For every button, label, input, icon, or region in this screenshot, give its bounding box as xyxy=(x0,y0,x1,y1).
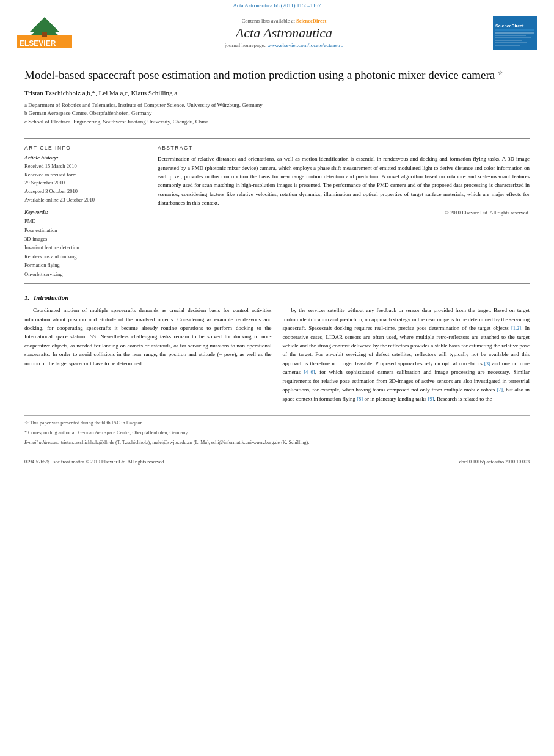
intro-title: Introduction xyxy=(34,294,68,301)
svg-rect-8 xyxy=(495,32,534,34)
elsevier-logo-svg: ELSEVIER xyxy=(17,14,72,51)
journal-top-bar: ELSEVIER Contents lists available at Sci… xyxy=(11,10,543,56)
intro-two-col: Coordinated motion of multiple spacecraf… xyxy=(24,306,530,407)
copyright: © 2010 Elsevier Ltd. All rights reserved… xyxy=(158,209,530,216)
sciencedirect-name: ScienceDirect xyxy=(296,18,326,24)
keyword-0: PMD xyxy=(24,217,147,225)
keyword-3: Invariant feature detection xyxy=(24,243,147,252)
journal-name: Acta Astronautica xyxy=(81,25,487,41)
contents-available: Contents lists available at ScienceDirec… xyxy=(81,18,487,24)
intro-heading: 1. Introduction xyxy=(24,294,530,301)
keywords-label: Keywords: xyxy=(24,209,147,215)
abstract-col: ABSTRACT Determination of relative dista… xyxy=(158,145,530,278)
ref-4-6[interactable]: [4–6] xyxy=(304,369,315,375)
intro-number: 1. xyxy=(24,294,29,301)
homepage-label: journal homepage: xyxy=(225,42,266,48)
svg-text:ScienceDirect: ScienceDirect xyxy=(495,24,524,28)
svg-rect-10 xyxy=(495,37,531,38)
footnote-corresponding: * Corresponding author at: German Aerosp… xyxy=(24,429,530,437)
intro-right-col: by the servicer satellite without any fe… xyxy=(283,306,530,407)
ref-8[interactable]: [8] xyxy=(357,396,363,402)
history-2: 29 September 2010 xyxy=(24,179,147,187)
history-4: Available online 23 October 2010 xyxy=(24,196,147,205)
history-1: Received in revised form xyxy=(24,171,147,180)
sciencedirect-badge-svg: ScienceDirect xyxy=(493,16,537,50)
ref-1-2[interactable]: [1,2] xyxy=(511,325,521,331)
page-wrapper: Model-based spacecraft pose estimation a… xyxy=(0,67,554,468)
journal-homepage: journal homepage: www.elsevier.com/locat… xyxy=(81,42,487,48)
keywords-list: PMD Pose estimation 3D-images Invariant … xyxy=(24,217,147,278)
divider-1 xyxy=(24,138,530,139)
journal-reference: Acta Astronautica 68 (2011) 1156–1167 xyxy=(0,0,554,10)
contents-text: Contents lists available at xyxy=(242,18,295,24)
article-title: Model-based spacecraft pose estimation a… xyxy=(24,67,530,83)
abstract-label: ABSTRACT xyxy=(158,145,530,151)
affiliation-c: c School of Electrical Engineering, Sout… xyxy=(24,118,530,126)
keyword-6: On-orbit servicing xyxy=(24,270,147,278)
email-label: E-mail addresses: xyxy=(24,440,60,445)
ref-3[interactable]: [3] xyxy=(484,360,490,366)
article-history: Received 15 March 2010 Received in revis… xyxy=(24,162,147,204)
article-info-col: ARTICLE INFO Article history: Received 1… xyxy=(24,145,147,278)
elsevier-logo: ELSEVIER xyxy=(17,14,75,52)
intro-left-col: Coordinated motion of multiple spacecraf… xyxy=(24,306,272,407)
keyword-2: 3D-images xyxy=(24,234,147,243)
affiliations: a Department of Robotics and Telematics,… xyxy=(24,101,530,126)
affiliation-b: b German Aerospace Centre, Oberpfaffenho… xyxy=(24,109,530,118)
keyword-4: Rendezvous and docking xyxy=(24,252,147,261)
svg-rect-9 xyxy=(495,35,526,36)
ref-9[interactable]: [9] xyxy=(428,396,434,402)
footnote-email: E-mail addresses: tristan.tzschichholz@d… xyxy=(24,439,530,447)
svg-text:ELSEVIER: ELSEVIER xyxy=(20,39,56,48)
keywords-section: Keywords: PMD Pose estimation 3D-images … xyxy=(24,209,147,278)
article-title-section: Model-based spacecraft pose estimation a… xyxy=(24,67,530,133)
bottom-bar: 0094-5765/$ - see front matter © 2010 El… xyxy=(24,456,530,468)
title-star: ☆ xyxy=(498,70,503,76)
article-info-abstract: ARTICLE INFO Article history: Received 1… xyxy=(24,145,530,278)
history-0: Received 15 March 2010 xyxy=(24,162,147,171)
intro-section: 1. Introduction Coordinated motion of mu… xyxy=(24,294,530,407)
footnote-section: ☆ This paper was presented during the 60… xyxy=(24,415,530,446)
svg-rect-4 xyxy=(42,32,47,37)
svg-rect-12 xyxy=(495,42,527,43)
keyword-1: Pose estimation xyxy=(24,226,147,234)
svg-rect-13 xyxy=(495,45,520,46)
research-text: Research xyxy=(437,396,457,402)
journal-header-text: Acta Astronautica 68 (2011) 1156–1167 xyxy=(233,2,321,9)
bottom-issn: 0094-5765/$ - see front matter © 2010 El… xyxy=(24,459,165,465)
sciencedirect-badge: ScienceDirect xyxy=(493,16,537,50)
journal-center: Contents lists available at ScienceDirec… xyxy=(81,18,487,48)
divider-2 xyxy=(24,283,530,284)
history-label: Article history: xyxy=(24,154,147,161)
keyword-5: Formation flying xyxy=(24,261,147,269)
article-title-text: Model-based spacecraft pose estimation a… xyxy=(24,68,495,81)
svg-rect-11 xyxy=(495,40,522,41)
email-addresses: tristan.tzschichholz@dlr.de (T. Tzschich… xyxy=(61,440,309,445)
article-info-label: ARTICLE INFO xyxy=(24,145,147,151)
ref-7[interactable]: [7] xyxy=(497,387,503,393)
homepage-url[interactable]: www.elsevier.com/locate/actaastro xyxy=(267,42,343,48)
abstract-text: Determination of relative distances and … xyxy=(158,154,530,207)
intro-left-text: Coordinated motion of multiple spacecraf… xyxy=(24,306,272,368)
authors-text: Tristan Tzschichholz a,b,*, Lei Ma a,c, … xyxy=(24,89,177,96)
authors: Tristan Tzschichholz a,b,*, Lei Ma a,c, … xyxy=(24,89,530,96)
intro-right-text: by the servicer satellite without any fe… xyxy=(283,306,530,403)
history-3: Accepted 3 October 2010 xyxy=(24,187,147,196)
affiliation-a: a Department of Robotics and Telematics,… xyxy=(24,101,530,110)
bottom-doi: doi:10.1016/j.actaastro.2010.10.003 xyxy=(459,459,530,465)
footnote-star: ☆ This paper was presented during the 60… xyxy=(24,420,530,427)
